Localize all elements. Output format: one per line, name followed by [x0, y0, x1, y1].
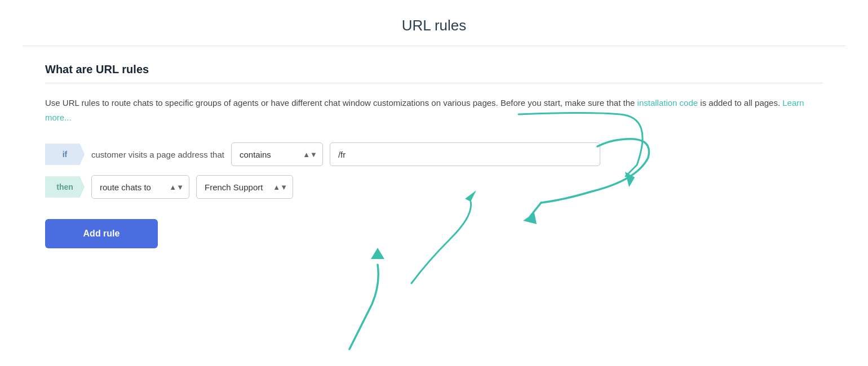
annotation-arrows — [338, 109, 789, 289]
target-select[interactable]: French Support English Support Technical… — [196, 175, 293, 199]
if-rule-row: if customer visits a page address that c… — [45, 142, 823, 166]
if-condition-text: customer visits a page address that — [91, 150, 224, 159]
if-badge: if — [45, 144, 85, 165]
condition-select[interactable]: contains does not contain is is not — [231, 142, 323, 166]
add-rule-button[interactable]: Add rule — [45, 219, 158, 248]
installation-code-link[interactable]: installation code — [637, 98, 698, 108]
contains-select-wrapper: contains does not contain is is not ▲▼ — [231, 142, 323, 166]
action-select-wrapper: route chats to show chat window hide cha… — [91, 175, 189, 199]
desc-part2: is added to all pages. — [698, 98, 782, 108]
section-divider — [45, 83, 823, 83]
description-text: Use URL rules to route chats to specific… — [45, 96, 823, 124]
target-select-wrapper: French Support English Support Technical… — [196, 175, 293, 199]
rules-wrapper: if customer visits a page address that c… — [45, 142, 823, 199]
action-select[interactable]: route chats to show chat window hide cha… — [91, 175, 189, 199]
then-rule-row: then route chats to show chat window hid… — [45, 175, 823, 199]
section-title: What are URL rules — [45, 63, 823, 76]
url-input[interactable] — [330, 142, 600, 166]
page-title: URL rules — [23, 17, 845, 34]
then-badge: then — [45, 176, 85, 198]
desc-part1: Use URL rules to route chats to specific… — [45, 98, 637, 108]
